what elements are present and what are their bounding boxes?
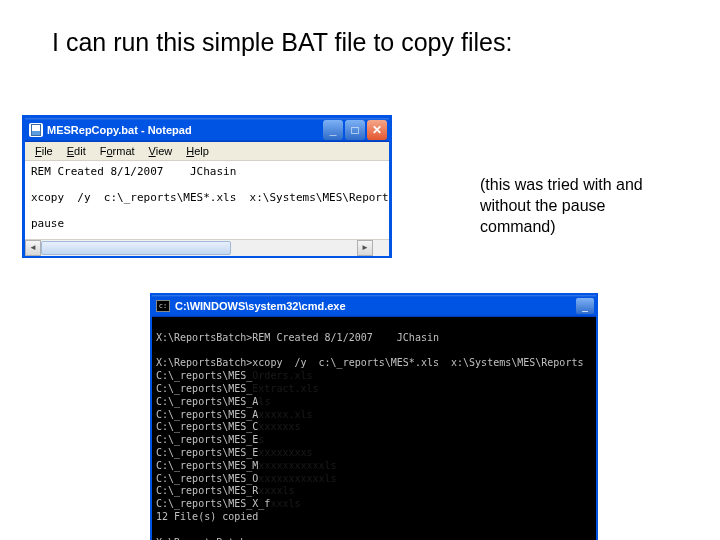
horizontal-scrollbar[interactable]: ◄ ► bbox=[25, 239, 389, 255]
menu-view[interactable]: View bbox=[143, 144, 179, 158]
scroll-track[interactable] bbox=[41, 240, 357, 256]
scroll-left-icon[interactable]: ◄ bbox=[25, 240, 41, 256]
notepad-menubar: File Edit Format View Help bbox=[25, 142, 389, 161]
maximize-icon: □ bbox=[351, 123, 358, 137]
minimize-button[interactable]: _ bbox=[323, 120, 343, 140]
maximize-button[interactable]: □ bbox=[345, 120, 365, 140]
notepad-titlebar[interactable]: MESRepCopy.bat - Notepad _ □ ✕ bbox=[25, 118, 389, 142]
cmd-app-icon: c: bbox=[156, 300, 170, 312]
slide-annotation: (this was tried with and without the pau… bbox=[480, 175, 680, 237]
menu-file[interactable]: File bbox=[29, 144, 59, 158]
menu-help[interactable]: Help bbox=[180, 144, 215, 158]
close-button[interactable]: ✕ bbox=[367, 120, 387, 140]
notepad-app-icon bbox=[29, 123, 43, 137]
notepad-window: MESRepCopy.bat - Notepad _ □ ✕ File Edit… bbox=[22, 115, 392, 258]
notepad-title-text: MESRepCopy.bat - Notepad bbox=[47, 124, 321, 136]
cmd-titlebar[interactable]: c: C:\WINDOWS\system32\cmd.exe _ bbox=[152, 295, 596, 317]
cmd-minimize-button[interactable]: _ bbox=[576, 298, 594, 314]
notepad-text-area[interactable]: REM Created 8/1/2007 JChasin xcopy /y c:… bbox=[25, 161, 389, 239]
slide-title: I can run this simple BAT file to copy f… bbox=[52, 28, 512, 57]
cmd-output[interactable]: X:\ReportsBatch>REM Created 8/1/2007 JCh… bbox=[152, 317, 596, 540]
cmd-title-text: C:\WINDOWS\system32\cmd.exe bbox=[175, 300, 575, 312]
close-icon: ✕ bbox=[372, 123, 382, 137]
cmd-window: c: C:\WINDOWS\system32\cmd.exe _ X:\Repo… bbox=[150, 293, 598, 540]
menu-edit[interactable]: Edit bbox=[61, 144, 92, 158]
scroll-thumb[interactable] bbox=[41, 241, 231, 255]
menu-format[interactable]: Format bbox=[94, 144, 141, 158]
minimize-icon: _ bbox=[330, 123, 337, 137]
scroll-right-icon[interactable]: ► bbox=[357, 240, 373, 256]
minimize-icon: _ bbox=[582, 301, 588, 312]
resize-grip[interactable] bbox=[373, 240, 389, 256]
